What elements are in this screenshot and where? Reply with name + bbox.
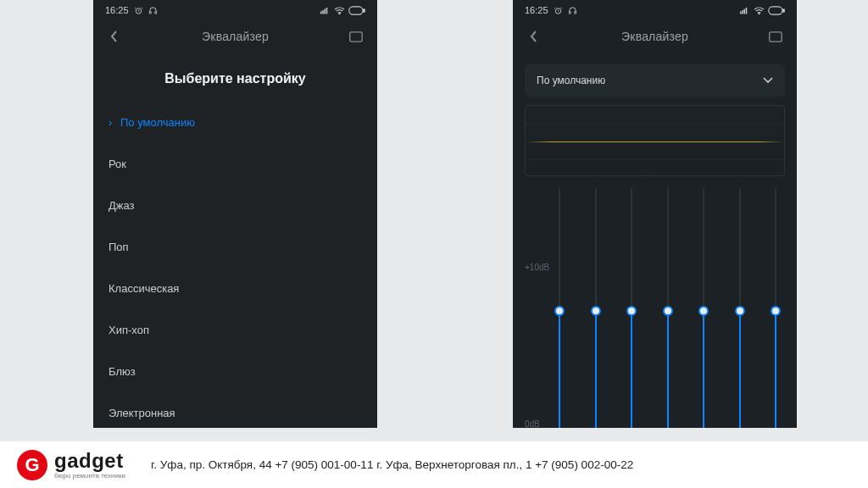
- cast-icon[interactable]: [347, 27, 365, 46]
- wifi-icon: [754, 6, 765, 14]
- battery-icon: [348, 6, 365, 15]
- frequency-response-graph: [525, 105, 785, 176]
- eq-band-slider[interactable]: [590, 188, 602, 428]
- status-bar: 16:25: [513, 0, 797, 20]
- preset-dropdown-label: По умолчанию: [537, 75, 605, 86]
- svg-rect-19: [769, 6, 782, 14]
- svg-rect-13: [574, 11, 576, 14]
- slider-thumb[interactable]: [663, 306, 673, 316]
- signal-icon: [320, 6, 331, 14]
- page-title: Эквалайзер: [124, 30, 347, 43]
- svg-rect-8: [349, 6, 363, 14]
- chevron-down-icon: [763, 75, 773, 86]
- svg-rect-16: [744, 9, 746, 14]
- response-curve: [526, 141, 784, 142]
- preset-item[interactable]: Рок: [108, 143, 362, 185]
- preset-item[interactable]: Поп: [108, 226, 362, 268]
- battery-icon: [768, 6, 785, 15]
- svg-rect-12: [569, 11, 570, 14]
- headphones-icon: [568, 6, 577, 15]
- nav-bar: Эквалайзер: [93, 20, 377, 53]
- status-bar: 16:25: [93, 0, 377, 20]
- preset-item[interactable]: Блюз: [108, 351, 362, 392]
- eq-band-slider[interactable]: [698, 188, 709, 428]
- svg-rect-21: [770, 31, 782, 41]
- eq-band-slider[interactable]: [770, 188, 782, 428]
- svg-rect-6: [326, 8, 328, 14]
- preset-item[interactable]: Джаз: [108, 185, 362, 226]
- eq-band-slider[interactable]: [626, 188, 637, 428]
- page-title: Эквалайзер: [543, 30, 766, 43]
- section-title: Выберите настройку: [93, 71, 377, 86]
- svg-rect-10: [350, 31, 362, 41]
- status-time: 16:25: [525, 5, 548, 15]
- svg-point-7: [339, 14, 340, 14]
- slider-thumb[interactable]: [698, 306, 709, 316]
- slider-thumb[interactable]: [554, 306, 565, 316]
- svg-point-18: [759, 14, 760, 14]
- preset-dropdown[interactable]: По умолчанию: [525, 64, 785, 97]
- svg-rect-4: [322, 10, 324, 14]
- nav-bar: Эквалайзер: [513, 20, 797, 53]
- preset-item[interactable]: Электронная: [108, 392, 362, 428]
- phone-screenshot-presets: 16:25 Эквалайзер Выберите настройку По у…: [93, 0, 377, 428]
- eq-band-slider[interactable]: [734, 188, 746, 428]
- svg-rect-17: [746, 8, 748, 14]
- brand-logo: G gadget бюро ремонта техники: [17, 450, 125, 480]
- footer-contacts: г. Уфа, пр. Октября, 44 +7 (905) 001-00-…: [151, 458, 633, 471]
- preset-item[interactable]: Хип-хоп: [108, 309, 362, 351]
- svg-rect-20: [783, 8, 785, 11]
- svg-rect-2: [154, 11, 156, 14]
- db-label-top: +10dB: [525, 263, 549, 272]
- slider-thumb[interactable]: [771, 306, 781, 316]
- cast-icon[interactable]: [766, 27, 785, 46]
- slider-thumb[interactable]: [591, 306, 601, 316]
- brand-mark: G: [17, 450, 47, 480]
- svg-rect-3: [320, 12, 322, 14]
- wifi-icon: [334, 6, 345, 14]
- alarm-icon: [554, 6, 563, 15]
- headphones-icon: [148, 6, 158, 15]
- eq-band-slider[interactable]: [554, 188, 565, 428]
- brand-name: gadget: [54, 451, 125, 471]
- eq-band-slider[interactable]: [662, 188, 674, 428]
- svg-rect-5: [325, 9, 326, 14]
- status-time: 16:25: [105, 5, 129, 15]
- svg-rect-9: [364, 8, 365, 11]
- slider-thumb[interactable]: [735, 306, 745, 316]
- preset-item[interactable]: По умолчанию: [108, 102, 362, 143]
- slider-thumb[interactable]: [626, 306, 637, 316]
- back-button[interactable]: [525, 27, 543, 46]
- signal-icon: [740, 6, 750, 14]
- back-button[interactable]: [105, 27, 124, 46]
- svg-rect-14: [740, 12, 742, 14]
- equalizer-sliders: +10dB 0dB: [525, 188, 785, 428]
- footer: G gadget бюро ремонта техники г. Уфа, пр…: [0, 441, 868, 488]
- alarm-icon: [134, 6, 143, 15]
- svg-rect-15: [742, 10, 743, 14]
- db-label-bottom: 0dB: [525, 419, 540, 428]
- brand-tagline: бюро ремонта техники: [54, 473, 125, 480]
- preset-list: По умолчаниюРокДжазПопКлассическаяХип-хо…: [93, 102, 377, 428]
- preset-item[interactable]: Классическая: [108, 268, 362, 309]
- svg-rect-1: [149, 11, 151, 14]
- phone-screenshot-equalizer: 16:25 Эквалайзер По умолчанию +10dB 0dB: [513, 0, 797, 428]
